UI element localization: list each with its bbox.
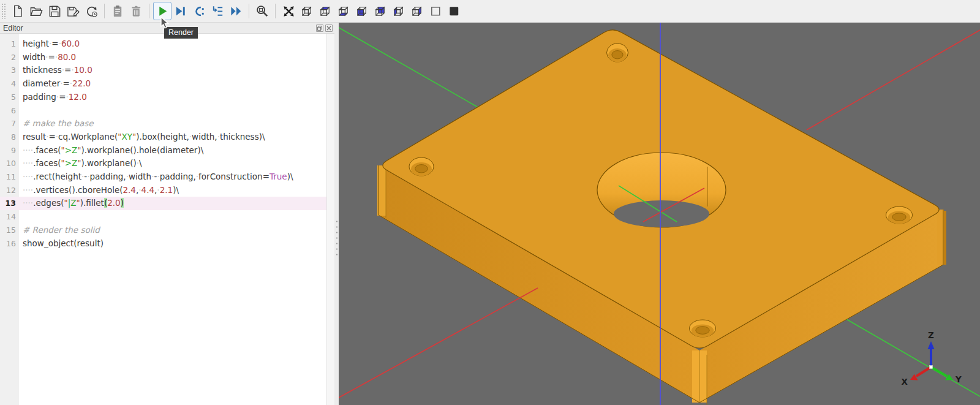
code-segment: # Render the solid xyxy=(23,225,100,235)
code-segment: 2.0 xyxy=(107,198,120,208)
code-segment: .vertices().cboreHole( xyxy=(33,185,123,195)
cq-editor-window: Editor 1height·=·60.02width·=·80.03thick… xyxy=(0,0,980,405)
new-file-button[interactable] xyxy=(9,2,27,20)
close-icon xyxy=(326,26,331,31)
code-segment: >Z xyxy=(65,145,78,155)
line-number: 10 xyxy=(0,157,16,170)
code-segment: 2.4 xyxy=(123,185,135,195)
code-segment: = xyxy=(48,52,55,62)
code-text: thickness·=·10.0 xyxy=(23,64,92,77)
code-text: show_object(result) xyxy=(23,237,104,251)
code-segment: = xyxy=(51,39,58,48)
code-segment: \ xyxy=(139,158,142,168)
line-number: 13 xyxy=(0,197,16,210)
inspect-button[interactable] xyxy=(253,2,271,20)
code-segment: 4.4 xyxy=(141,185,154,195)
save-as-button[interactable] xyxy=(64,2,82,20)
code-segment: 60.0 xyxy=(61,39,80,48)
code-segment: 80.0 xyxy=(58,52,76,62)
code-line: 4diameter·=·22.0 xyxy=(0,77,326,91)
editor-scrollbar[interactable] xyxy=(326,34,334,405)
code-segment: 22.0 xyxy=(72,78,91,88)
line-number: 14 xyxy=(0,210,16,224)
front-view-button[interactable] xyxy=(353,2,371,20)
code-segment: XY xyxy=(122,132,133,142)
code-text: diameter·=·22.0 xyxy=(23,77,91,91)
code-line: 10····.faces(">Z").workplane()·\ xyxy=(0,157,326,170)
cube-top-icon xyxy=(318,4,333,18)
code-line: 5padding·=·12.0 xyxy=(0,91,326,104)
line-number: 1 xyxy=(0,37,16,51)
code-text: width·=·80.0 xyxy=(23,51,76,64)
code-line: 1height·=·60.0 xyxy=(0,37,326,51)
save-icon xyxy=(48,4,62,18)
wireframe-button[interactable] xyxy=(426,2,445,20)
code-text: # Render the solid xyxy=(23,224,100,237)
fit-arrows-icon xyxy=(282,4,296,18)
code-segment: .faces( xyxy=(33,145,61,155)
main-toolbar xyxy=(0,0,980,23)
toolbar-separator xyxy=(100,3,108,19)
editor-close-button[interactable] xyxy=(325,25,333,32)
bottom-view-button[interactable] xyxy=(334,2,353,20)
code-segment: )\ xyxy=(173,185,179,195)
fit-view-button[interactable] xyxy=(279,2,298,20)
magnifier-icon xyxy=(255,4,270,18)
code-editor[interactable]: 1height·=·60.02width·=·80.03thickness·=·… xyxy=(0,34,326,405)
open-file-button[interactable] xyxy=(27,2,45,20)
code-segment: = xyxy=(64,65,71,75)
step-into-icon xyxy=(211,4,225,18)
continue-button[interactable] xyxy=(227,2,245,20)
paste-button[interactable] xyxy=(108,2,127,20)
code-line: 3thickness·=·10.0 xyxy=(0,64,326,77)
corner-hole-left xyxy=(409,157,434,176)
step-into-button[interactable] xyxy=(208,2,227,20)
toolbar-grip[interactable] xyxy=(1,3,6,19)
debug-button[interactable] xyxy=(172,2,190,20)
left-view-button[interactable] xyxy=(390,2,408,20)
debug-play-icon xyxy=(174,4,188,18)
code-line: 11····.rect(height·-·padding,·width·-·pa… xyxy=(0,170,326,184)
cube-iso-icon xyxy=(300,4,314,18)
editor-panel: Editor 1height·=·60.02width·=·80.03thick… xyxy=(0,23,334,405)
viewport-3d[interactable]: Z X Y xyxy=(339,23,980,405)
code-line: 16show_object(result) xyxy=(0,237,326,251)
code-segment: show_object(result) xyxy=(23,238,104,248)
shaded-button[interactable] xyxy=(445,2,463,20)
save-button[interactable] xyxy=(45,2,64,20)
back-view-button[interactable] xyxy=(371,2,390,20)
code-line: 15# Render the solid xyxy=(0,224,326,237)
line-number: 4 xyxy=(0,77,16,91)
editor-float-button[interactable] xyxy=(316,25,323,32)
code-segment: >Z xyxy=(65,158,78,168)
delete-button[interactable] xyxy=(127,2,145,20)
code-segment: 2.1 xyxy=(160,185,173,195)
panel-splitter[interactable] xyxy=(334,23,339,405)
autoreload-button[interactable] xyxy=(82,2,100,20)
code-segment: .faces( xyxy=(33,158,61,168)
file-new-icon xyxy=(11,4,25,18)
code-segment: 10.0 xyxy=(74,65,92,75)
code-segment: result xyxy=(23,132,46,142)
line-number: 3 xyxy=(0,64,16,77)
toolbar-separator xyxy=(145,3,153,19)
right-view-button[interactable] xyxy=(408,2,426,20)
code-segment: height xyxy=(23,39,49,48)
iso-view-button[interactable] xyxy=(298,2,316,20)
code-text: ····.faces(">Z").workplane().hole(diamet… xyxy=(23,144,203,157)
line-number: 8 xyxy=(0,131,16,144)
code-text: ····.vertices().cboreHole(2.4,·4.4,·2.1)… xyxy=(23,184,179,197)
cube-bottom-icon xyxy=(337,4,351,18)
code-text: result·=·cq.Workplane("XY").box(height,·… xyxy=(23,131,265,144)
code-line: 9····.faces(">Z").workplane().hole(diame… xyxy=(0,144,326,157)
cube-right-icon xyxy=(410,4,424,18)
code-line: 7# make the base xyxy=(0,117,326,131)
editor-title: Editor xyxy=(3,24,23,32)
line-number: 7 xyxy=(0,117,16,131)
step-over-button[interactable] xyxy=(190,2,208,20)
line-number: 9 xyxy=(0,144,16,157)
folder-open-icon xyxy=(29,4,43,18)
code-line: 13····.edges("|Z").fillet(2.0) xyxy=(0,197,326,210)
top-view-button[interactable] xyxy=(316,2,334,20)
code-segment: forConstruction= xyxy=(198,172,270,181)
